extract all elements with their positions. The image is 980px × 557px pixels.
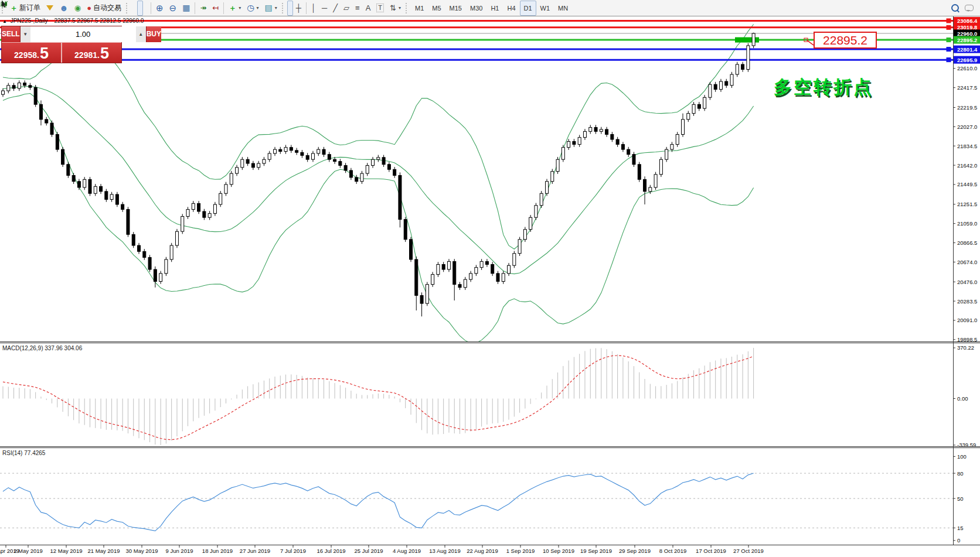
volume-increase-button[interactable]: ▲ — [136, 26, 146, 42]
tile-windows-button[interactable]: ▦ — [179, 1, 193, 16]
autotrading-button[interactable]: ● 自动交易 — [84, 1, 124, 16]
candle — [170, 245, 173, 259]
svg-text:7 Jul 2019: 7 Jul 2019 — [280, 548, 306, 554]
svg-text:19 Sep 2019: 19 Sep 2019 — [580, 548, 612, 554]
candle — [518, 240, 521, 254]
candle — [355, 177, 358, 182]
auto-scroll-icon: ↠ — [200, 4, 206, 12]
candle — [311, 153, 314, 159]
tab-timeframe-m1[interactable]: M1 — [411, 1, 428, 16]
candle — [496, 274, 499, 282]
tab-timeframe-w1[interactable]: W1 — [536, 1, 554, 16]
svg-text:22027.0: 22027.0 — [957, 124, 977, 130]
tile-windows-icon: ▦ — [182, 4, 190, 12]
channel-button[interactable]: ▱ — [341, 1, 352, 16]
candle — [453, 261, 456, 284]
main-pane — [0, 20, 953, 343]
candle — [426, 285, 428, 303]
buy-button[interactable]: BUY — [147, 26, 161, 42]
chart-title: ▲ JPN225-,Daily 22837.5 22967.5 22812.5 … — [2, 18, 144, 24]
fibonacci-button[interactable]: ≡ — [352, 1, 363, 16]
crosshair-button[interactable]: ┼ — [293, 1, 304, 16]
sell-price-pip: 5 — [40, 46, 49, 61]
bar-chart-button[interactable] — [131, 1, 137, 16]
candle — [709, 84, 712, 97]
svg-text:22801.4: 22801.4 — [957, 46, 978, 53]
candle — [600, 129, 603, 131]
svg-text:0.00: 0.00 — [957, 395, 968, 402]
candlestick-chart-button[interactable] — [137, 1, 143, 16]
svg-text:23086.4: 23086.4 — [957, 18, 978, 24]
candle — [682, 119, 685, 135]
chart-note-text[interactable]: 多空转折点 — [774, 75, 873, 100]
chart-shift-button[interactable]: ↤ — [209, 1, 222, 16]
sell-price[interactable]: 22958.5 — [2, 43, 61, 63]
indicators-button[interactable]: ＋ ▾ — [226, 1, 244, 16]
macd-pane — [3, 348, 754, 445]
candle — [213, 204, 216, 213]
horizontal-line-button[interactable]: ─ — [319, 1, 330, 16]
templates-button[interactable]: ▤ ▾ — [261, 1, 280, 16]
tab-timeframe-d1[interactable]: D1 — [520, 1, 536, 16]
buy-price[interactable]: 22981.5 — [61, 43, 121, 63]
svg-text:25 Jul 2019: 25 Jul 2019 — [354, 548, 383, 554]
candle — [393, 169, 396, 175]
volume-decrease-button[interactable]: ▼ — [21, 26, 30, 42]
chart-ohlc-values: 22837.5 22967.5 22812.5 22960.0 — [54, 18, 144, 24]
shapes-button[interactable]: ⇅ ▾ — [387, 1, 404, 16]
svg-text:22417.5: 22417.5 — [957, 84, 977, 91]
line-end-marker — [947, 58, 951, 62]
auto-scroll-button[interactable]: ↠ — [197, 1, 209, 16]
candle — [143, 251, 146, 257]
search-button[interactable] — [948, 1, 962, 16]
candle — [67, 165, 70, 176]
tab-timeframe-mn[interactable]: MN — [554, 1, 572, 16]
tab-timeframe-h4[interactable]: H4 — [503, 1, 519, 16]
chat-button[interactable] — [962, 1, 976, 16]
new-order-label: 新订单 — [19, 3, 40, 13]
zoom-in-button[interactable]: ⊕ — [153, 1, 166, 16]
cursor-button[interactable] — [287, 1, 293, 16]
tab-timeframe-m15[interactable]: M15 — [445, 1, 466, 16]
svg-text:21642.0: 21642.0 — [957, 162, 977, 169]
candle — [578, 138, 581, 145]
buy-price-main: 22981. — [74, 49, 100, 61]
signals-button[interactable]: ◉ — [72, 1, 84, 16]
candle — [198, 203, 200, 211]
sell-button[interactable]: SELL — [2, 26, 20, 42]
new-order-button[interactable]: ＋ 新订单 — [7, 1, 43, 16]
candle — [399, 176, 401, 220]
rsi-indicator-label: RSI(14) 77.4265 — [2, 450, 45, 456]
tab-timeframe-m5[interactable]: M5 — [428, 1, 445, 16]
candle — [360, 173, 363, 182]
candle — [306, 155, 309, 159]
svg-text:22895.2: 22895.2 — [957, 37, 977, 43]
metaeditor-button[interactable] — [43, 1, 56, 16]
crosshair-icon: ┼ — [296, 4, 301, 12]
svg-text:16 Jul 2019: 16 Jul 2019 — [317, 548, 345, 554]
tab-timeframe-m30[interactable]: M30 — [466, 1, 486, 16]
candle — [676, 135, 679, 145]
candle — [23, 83, 26, 86]
line-chart-button[interactable] — [143, 1, 149, 16]
text-label-button[interactable]: T — [373, 1, 387, 16]
candle — [279, 149, 282, 151]
main-toolbar: ＋ 新订单 ☻ ◉ ● 自动交易 ⊕ ⊖ ▦ ↠ ↤ ＋ ▾ ◷ — [0, 0, 980, 16]
svg-text:29 Sep 2019: 29 Sep 2019 — [619, 548, 651, 554]
price-callout-label[interactable]: 22895.2 — [814, 32, 877, 49]
profile-button[interactable]: ☻ — [56, 1, 72, 16]
vertical-line-button[interactable]: │ — [308, 1, 319, 16]
candle — [502, 274, 505, 282]
zoom-out-button[interactable]: ⊖ — [166, 1, 180, 16]
candle — [475, 268, 478, 274]
svg-text:9 Jun 2019: 9 Jun 2019 — [165, 548, 193, 554]
candle — [458, 285, 461, 288]
trendline-button[interactable]: ╱ — [330, 1, 341, 16]
tab-timeframe-h1[interactable]: H1 — [486, 1, 503, 16]
text-button[interactable]: A — [363, 1, 374, 16]
volume-input[interactable] — [30, 26, 136, 42]
candle — [540, 193, 543, 205]
candle — [224, 184, 227, 193]
periods-button[interactable]: ◷ ▾ — [244, 1, 261, 16]
candle — [7, 86, 10, 91]
